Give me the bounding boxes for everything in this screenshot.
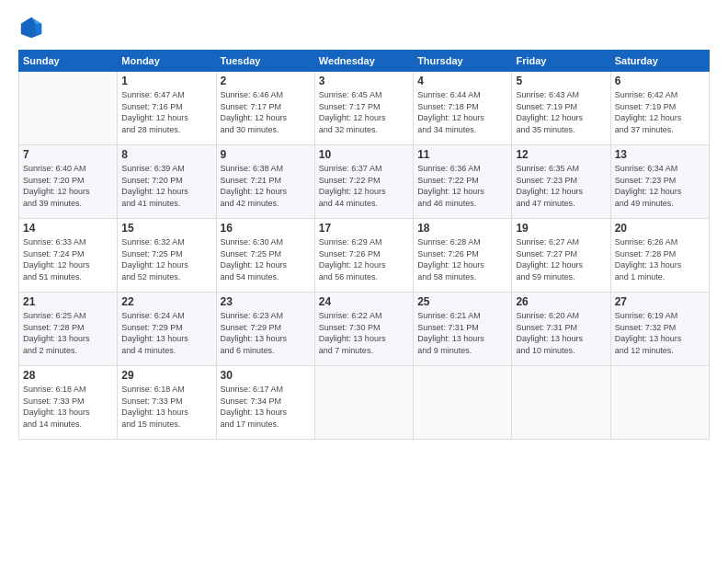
calendar-header-day: Tuesday (216, 51, 314, 72)
day-number: 21 (23, 295, 113, 308)
calendar-day-cell: 14Sunrise: 6:33 AMSunset: 7:24 PMDayligh… (19, 219, 118, 293)
calendar-day-cell: 5Sunrise: 6:43 AMSunset: 7:19 PMDaylight… (512, 72, 610, 145)
calendar-header-day: Wednesday (314, 51, 413, 72)
day-number: 13 (615, 148, 705, 161)
day-info: Sunrise: 6:20 AMSunset: 7:31 PMDaylight:… (516, 310, 606, 356)
day-info: Sunrise: 6:45 AMSunset: 7:17 PMDaylight:… (319, 89, 409, 135)
calendar-day-cell: 24Sunrise: 6:22 AMSunset: 7:30 PMDayligh… (314, 293, 413, 366)
day-number: 12 (516, 148, 606, 161)
calendar-day-cell: 17Sunrise: 6:29 AMSunset: 7:26 PMDayligh… (314, 219, 413, 293)
day-number: 30 (221, 369, 311, 382)
calendar-day-cell (414, 366, 512, 440)
calendar-day-cell: 23Sunrise: 6:23 AMSunset: 7:29 PMDayligh… (216, 293, 314, 366)
calendar-day-cell: 20Sunrise: 6:26 AMSunset: 7:28 PMDayligh… (610, 219, 709, 293)
calendar-day-cell: 18Sunrise: 6:28 AMSunset: 7:26 PMDayligh… (414, 219, 512, 293)
calendar-day-cell: 6Sunrise: 6:42 AMSunset: 7:19 PMDaylight… (610, 72, 709, 145)
day-info: Sunrise: 6:22 AMSunset: 7:30 PMDaylight:… (319, 310, 409, 356)
calendar-day-cell: 28Sunrise: 6:18 AMSunset: 7:33 PMDayligh… (19, 366, 118, 440)
calendar-day-cell: 26Sunrise: 6:20 AMSunset: 7:31 PMDayligh… (512, 293, 610, 366)
calendar-day-cell (19, 72, 118, 145)
logo-icon (18, 15, 44, 40)
calendar-body: 1Sunrise: 6:47 AMSunset: 7:16 PMDaylight… (19, 72, 710, 440)
calendar-day-cell: 19Sunrise: 6:27 AMSunset: 7:27 PMDayligh… (512, 219, 610, 293)
calendar-week-row: 7Sunrise: 6:40 AMSunset: 7:20 PMDaylight… (19, 145, 710, 219)
calendar-day-cell: 2Sunrise: 6:46 AMSunset: 7:17 PMDaylight… (216, 72, 314, 145)
day-number: 26 (516, 295, 606, 308)
calendar-day-cell: 9Sunrise: 6:38 AMSunset: 7:21 PMDaylight… (216, 145, 314, 219)
calendar-header-day: Thursday (414, 51, 512, 72)
day-info: Sunrise: 6:47 AMSunset: 7:16 PMDaylight:… (121, 89, 211, 135)
day-info: Sunrise: 6:26 AMSunset: 7:28 PMDaylight:… (615, 236, 705, 282)
day-info: Sunrise: 6:34 AMSunset: 7:23 PMDaylight:… (615, 163, 705, 209)
day-number: 25 (417, 295, 507, 308)
day-info: Sunrise: 6:19 AMSunset: 7:32 PMDaylight:… (615, 310, 705, 356)
calendar-header-day: Sunday (19, 51, 118, 72)
day-info: Sunrise: 6:17 AMSunset: 7:34 PMDaylight:… (221, 384, 311, 430)
day-info: Sunrise: 6:38 AMSunset: 7:21 PMDaylight:… (221, 163, 311, 209)
day-info: Sunrise: 6:25 AMSunset: 7:28 PMDaylight:… (23, 310, 113, 356)
day-number: 17 (319, 222, 409, 235)
day-info: Sunrise: 6:36 AMSunset: 7:22 PMDaylight:… (417, 163, 507, 209)
day-info: Sunrise: 6:46 AMSunset: 7:17 PMDaylight:… (221, 89, 311, 135)
day-info: Sunrise: 6:28 AMSunset: 7:26 PMDaylight:… (417, 236, 507, 282)
day-number: 18 (417, 222, 507, 235)
day-info: Sunrise: 6:27 AMSunset: 7:27 PMDaylight:… (516, 236, 606, 282)
day-number: 23 (221, 295, 311, 308)
day-number: 2 (221, 75, 311, 87)
day-info: Sunrise: 6:29 AMSunset: 7:26 PMDaylight:… (319, 236, 409, 282)
calendar-day-cell: 12Sunrise: 6:35 AMSunset: 7:23 PMDayligh… (512, 145, 610, 219)
day-number: 22 (121, 295, 211, 308)
day-info: Sunrise: 6:44 AMSunset: 7:18 PMDaylight:… (417, 89, 507, 135)
day-info: Sunrise: 6:18 AMSunset: 7:33 PMDaylight:… (121, 384, 211, 430)
day-number: 11 (417, 148, 507, 161)
calendar-header-row: SundayMondayTuesdayWednesdayThursdayFrid… (19, 51, 710, 72)
day-info: Sunrise: 6:43 AMSunset: 7:19 PMDaylight:… (516, 89, 606, 135)
calendar-day-cell: 25Sunrise: 6:21 AMSunset: 7:31 PMDayligh… (414, 293, 512, 366)
day-number: 6 (615, 75, 705, 87)
day-info: Sunrise: 6:42 AMSunset: 7:19 PMDaylight:… (615, 89, 705, 135)
calendar-day-cell: 4Sunrise: 6:44 AMSunset: 7:18 PMDaylight… (414, 72, 512, 145)
day-number: 24 (319, 295, 409, 308)
calendar-day-cell: 13Sunrise: 6:34 AMSunset: 7:23 PMDayligh… (610, 145, 709, 219)
day-number: 29 (121, 369, 211, 382)
day-number: 10 (319, 148, 409, 161)
calendar-day-cell: 27Sunrise: 6:19 AMSunset: 7:32 PMDayligh… (610, 293, 709, 366)
calendar-day-cell (314, 366, 413, 440)
day-number: 9 (221, 148, 311, 161)
calendar-header-day: Saturday (610, 51, 709, 72)
calendar-day-cell: 7Sunrise: 6:40 AMSunset: 7:20 PMDaylight… (19, 145, 118, 219)
calendar-day-cell: 3Sunrise: 6:45 AMSunset: 7:17 PMDaylight… (314, 72, 413, 145)
calendar-day-cell: 8Sunrise: 6:39 AMSunset: 7:20 PMDaylight… (118, 145, 216, 219)
day-number: 28 (23, 369, 113, 382)
calendar-page: SundayMondayTuesdayWednesdayThursdayFrid… (0, 0, 728, 563)
calendar-day-cell: 15Sunrise: 6:32 AMSunset: 7:25 PMDayligh… (118, 219, 216, 293)
calendar-header-day: Friday (512, 51, 610, 72)
calendar-week-row: 1Sunrise: 6:47 AMSunset: 7:16 PMDaylight… (19, 72, 710, 145)
day-info: Sunrise: 6:30 AMSunset: 7:25 PMDaylight:… (221, 236, 311, 282)
day-info: Sunrise: 6:32 AMSunset: 7:25 PMDaylight:… (121, 236, 211, 282)
day-number: 27 (615, 295, 705, 308)
day-number: 5 (516, 75, 606, 87)
calendar-week-row: 14Sunrise: 6:33 AMSunset: 7:24 PMDayligh… (19, 219, 710, 293)
day-info: Sunrise: 6:21 AMSunset: 7:31 PMDaylight:… (417, 310, 507, 356)
calendar-header-day: Monday (118, 51, 216, 72)
calendar-day-cell: 22Sunrise: 6:24 AMSunset: 7:29 PMDayligh… (118, 293, 216, 366)
calendar-day-cell: 21Sunrise: 6:25 AMSunset: 7:28 PMDayligh… (19, 293, 118, 366)
day-info: Sunrise: 6:24 AMSunset: 7:29 PMDaylight:… (121, 310, 211, 356)
header (18, 15, 710, 40)
day-number: 4 (417, 75, 507, 87)
calendar-day-cell (512, 366, 610, 440)
day-number: 19 (516, 222, 606, 235)
day-number: 8 (121, 148, 211, 161)
day-number: 16 (221, 222, 311, 235)
calendar-day-cell: 16Sunrise: 6:30 AMSunset: 7:25 PMDayligh… (216, 219, 314, 293)
day-info: Sunrise: 6:18 AMSunset: 7:33 PMDaylight:… (23, 384, 113, 430)
calendar-day-cell: 30Sunrise: 6:17 AMSunset: 7:34 PMDayligh… (216, 366, 314, 440)
day-number: 14 (23, 222, 113, 235)
calendar-day-cell: 29Sunrise: 6:18 AMSunset: 7:33 PMDayligh… (118, 366, 216, 440)
logo (18, 15, 48, 40)
day-number: 3 (319, 75, 409, 87)
calendar-week-row: 21Sunrise: 6:25 AMSunset: 7:28 PMDayligh… (19, 293, 710, 366)
calendar-table: SundayMondayTuesdayWednesdayThursdayFrid… (18, 50, 710, 440)
day-info: Sunrise: 6:33 AMSunset: 7:24 PMDaylight:… (23, 236, 113, 282)
